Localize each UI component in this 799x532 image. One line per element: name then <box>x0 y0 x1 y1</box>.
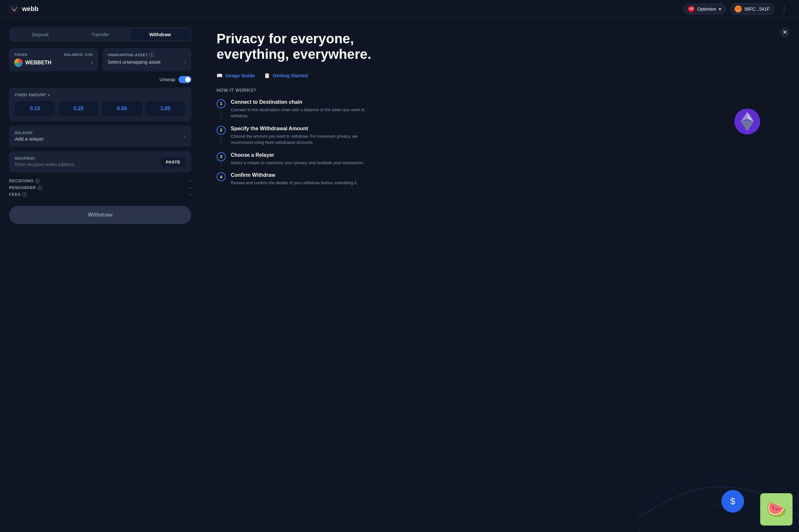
step-2-title: Specify the Withdrawal Amount <box>231 126 783 132</box>
more-options-icon[interactable]: ⋮ <box>778 4 790 14</box>
step-2-line <box>221 136 222 146</box>
eth-orb <box>734 109 760 134</box>
amount-btn-010[interactable]: 0.10 <box>15 101 55 116</box>
token-chevron-icon: › <box>91 60 93 65</box>
relayer-label: RELAYER <box>15 131 44 135</box>
dollar-orb: $ <box>721 490 744 513</box>
receiving-label: RECEIVING <box>9 178 34 183</box>
unwrapping-info-icon[interactable]: i <box>149 53 154 57</box>
unwrapping-asset-selector[interactable]: UNWRAPPING ASSET i Select unwrapping ass… <box>102 48 191 72</box>
network-icon: OP <box>688 6 695 12</box>
step-3-title: Choose a Relayer <box>231 152 783 158</box>
close-button[interactable]: ✕ <box>780 27 790 38</box>
guide-tabs: 📖 Usage Guide 📋 Getting Started <box>216 73 783 80</box>
right-panel: ✕ Privacy for everyone, everything, ever… <box>201 18 799 532</box>
step-1-line <box>221 110 222 119</box>
wallet-avatar: 🦊 <box>735 5 742 13</box>
step-4-desc: Review and confirm the details of your w… <box>231 180 366 186</box>
fees-label: FEES <box>9 192 21 197</box>
getting-started-icon: 📋 <box>264 73 270 78</box>
token-name: WEBBETH <box>25 60 51 65</box>
left-panel: Deposit Transfer Withdraw TOKEN BALANCE:… <box>0 18 201 532</box>
amount-btn-100[interactable]: 1.00 <box>146 101 186 116</box>
amount-dropdown-icon[interactable]: ▾ <box>48 93 50 97</box>
fees-row: FEES i -- <box>9 192 191 197</box>
logo-text: webb <box>22 5 38 13</box>
remainder-label: REMAINDER <box>9 185 36 190</box>
token-selector[interactable]: TOKEN BALANCE: 0.95 WEBBETH › <box>9 48 98 72</box>
network-button[interactable]: OP Optimism ▾ <box>683 3 726 15</box>
fees-info-icon[interactable]: i <box>22 192 27 197</box>
wallet-button[interactable]: 🦊 58FC...541F <box>730 3 775 15</box>
relayer-chevron-icon: › <box>184 134 186 139</box>
network-label: Optimism <box>697 6 716 12</box>
receiving-value: -- <box>188 178 191 183</box>
guide-tab-getting-started[interactable]: 📋 Getting Started <box>264 73 308 80</box>
relayer-placeholder: Add a relayer <box>15 136 44 141</box>
chevron-down-icon: ▾ <box>719 6 721 12</box>
wallet-address: 58FC...541F <box>744 6 769 12</box>
guide-tab-usage[interactable]: 📖 Usage Guide <box>216 73 255 80</box>
step-4: 4 Confirm Withdraw Review and confirm th… <box>216 172 783 186</box>
amount-label: FIXED AMOUNT <box>15 93 46 97</box>
step-1-number: 1 <box>216 99 226 108</box>
step-4-number: 4 <box>216 172 226 181</box>
withdraw-button[interactable]: Withdraw <box>9 206 191 224</box>
step-2-desc: Choose the amount you want to withdraw. … <box>231 133 366 146</box>
step-3-desc: Select a relayer to maximize your privac… <box>231 160 366 166</box>
recipient-box: RECIPIENT PASTE <box>9 151 191 173</box>
paste-button[interactable]: PASTE <box>160 157 186 167</box>
step-3-number: 3 <box>216 152 226 161</box>
tab-transfer[interactable]: Transfer <box>70 28 130 40</box>
receiving-info-icon[interactable]: i <box>35 179 40 183</box>
step-1-title: Connect to Destination chain <box>231 99 783 105</box>
unwrap-toggle[interactable] <box>178 76 191 83</box>
remainder-info-icon[interactable]: i <box>38 186 42 190</box>
unwrapping-label: UNWRAPPING ASSET <box>108 53 148 57</box>
usage-guide-icon: 📖 <box>216 73 223 78</box>
nav-right: OP Optimism ▾ 🦊 58FC...541F ⋮ <box>683 3 790 15</box>
amount-btn-025[interactable]: 0.25 <box>58 101 99 116</box>
remainder-row: REMAINDER i -- <box>9 185 191 190</box>
tab-deposit[interactable]: Deposit <box>10 28 70 40</box>
step-2-number: 2 <box>216 126 226 135</box>
amount-btn-050[interactable]: 0.50 <box>102 101 142 116</box>
receiving-row: RECEIVING i -- <box>9 178 191 183</box>
unwrapping-placeholder: Select unwrapping asset <box>108 59 160 65</box>
watermelon-nft: 🍉 <box>760 493 793 526</box>
recipient-input[interactable] <box>15 162 160 167</box>
usage-guide-label: Usage Guide <box>225 73 255 78</box>
getting-started-label: Getting Started <box>273 73 308 78</box>
step-3-line <box>221 163 222 166</box>
relayer-selector[interactable]: RELAYER Add a relayer › <box>9 126 191 147</box>
step-1-desc: Connect to the destination chain with a … <box>231 107 366 119</box>
unwrap-label: Unwrap <box>160 77 175 82</box>
amount-section: FIXED AMOUNT ▾ 0.10 0.25 0.50 1.00 <box>9 88 191 121</box>
amount-buttons: 0.10 0.25 0.50 1.00 <box>15 101 186 116</box>
recipient-label: RECIPIENT <box>15 156 160 160</box>
hero-title: Privacy for everyone, everything, everyw… <box>216 31 398 62</box>
main-layout: Deposit Transfer Withdraw TOKEN BALANCE:… <box>0 18 799 532</box>
token-row: TOKEN BALANCE: 0.95 WEBBETH › UNWRAPPING… <box>9 48 191 72</box>
tab-withdraw[interactable]: Withdraw <box>130 28 190 40</box>
logo: webb <box>9 4 38 14</box>
step-3: 3 Choose a Relayer Select a relayer to m… <box>216 152 783 173</box>
token-label: TOKEN <box>14 53 27 57</box>
top-nav: webb OP Optimism ▾ 🦊 58FC...541F ⋮ <box>0 0 799 18</box>
step-1: 1 Connect to Destination chain Connect t… <box>216 99 783 126</box>
step-4-title: Confirm Withdraw <box>231 172 783 178</box>
remainder-value: -- <box>188 185 191 190</box>
balance-display: BALANCE: 0.95 <box>64 53 93 57</box>
webbeth-icon <box>14 58 23 67</box>
main-tabs: Deposit Transfer Withdraw <box>9 27 191 42</box>
steps-list: 1 Connect to Destination chain Connect t… <box>216 99 783 186</box>
unwrapping-chevron-icon: › <box>185 59 186 65</box>
step-2: 2 Specify the Withdrawal Amount Choose t… <box>216 126 783 152</box>
stats-section: RECEIVING i -- REMAINDER i -- FEES i -- <box>9 178 191 197</box>
dollar-icon: $ <box>730 496 735 507</box>
logo-icon <box>9 4 19 14</box>
unwrap-toggle-row: Unwrap <box>9 76 191 83</box>
how-it-works-label: How it works? <box>216 88 783 93</box>
fees-value: -- <box>188 192 191 197</box>
ethereum-icon <box>741 112 754 131</box>
